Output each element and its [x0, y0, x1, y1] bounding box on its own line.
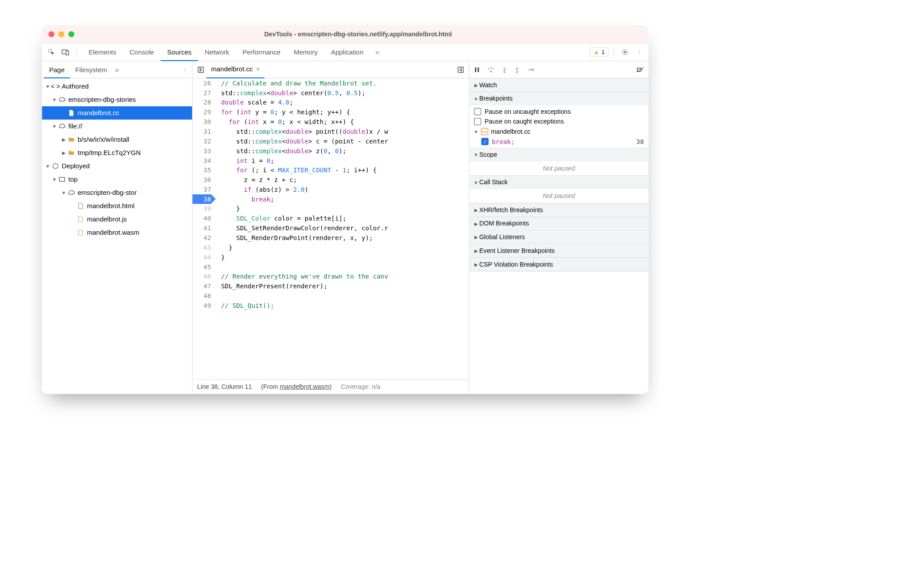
editor-statusbar: Line 38, Column 11 (From mandelbrot.wasm… [192, 380, 469, 394]
step-icon[interactable] [526, 66, 536, 74]
watch-section[interactable]: ▶Watch [470, 78, 649, 92]
scope-not-paused: Not paused [470, 162, 649, 176]
minimize-window-button[interactable] [58, 31, 65, 37]
breakpoint-checkbox[interactable]: ✓ [481, 138, 489, 145]
global-listeners-section[interactable]: ▶Global Listeners [470, 231, 649, 244]
tree-file-js[interactable]: mandelbrot.js [42, 213, 192, 226]
scope-section[interactable]: ▼Scope [470, 148, 649, 162]
panel-tab-sources[interactable]: Sources [161, 43, 198, 61]
tree-domain[interactable]: ▼emscripten-dbg-stor [42, 186, 192, 199]
titlebar: DevTools - emscripten-dbg-stories.netlif… [42, 25, 649, 43]
more-navigator-tabs-icon[interactable]: » [112, 65, 122, 74]
step-over-icon[interactable] [486, 65, 496, 74]
toggle-debugger-icon[interactable] [455, 64, 466, 75]
breakpoints-section[interactable]: ▼Breakpoints [470, 92, 649, 105]
panel-tabs: ElementsConsoleSourcesNetworkPerformance… [82, 43, 370, 61]
navigator-tab-page[interactable]: Page [44, 61, 70, 78]
deactivate-breakpoints-icon[interactable] [635, 65, 645, 74]
panel-tab-console[interactable]: Console [123, 43, 161, 61]
panel-tab-memory[interactable]: Memory [287, 43, 324, 61]
debugger-toolbar [470, 61, 649, 78]
panel-tab-network[interactable]: Network [198, 43, 236, 61]
source-origin: (From mandelbrot.wasm) [261, 383, 331, 391]
svg-point-12 [504, 71, 505, 73]
device-toggle-icon[interactable] [60, 47, 71, 58]
more-panels-icon[interactable]: » [373, 48, 382, 57]
more-menu-icon[interactable]: ⋮ [633, 47, 645, 58]
callstack-section[interactable]: ▼Call Stack [470, 176, 649, 189]
breakpoint-entry[interactable]: ✓break;38 [470, 136, 649, 147]
tree-file-wasm[interactable]: mandelbrot.wasm [42, 226, 192, 239]
navigator-sidebar: Page Filesystem » ⋮ ▼< >Authored ▼emscri… [42, 61, 193, 394]
navigator-tab-filesystem[interactable]: Filesystem [70, 61, 112, 78]
close-tab-icon[interactable]: × [256, 65, 260, 73]
tree-deployed[interactable]: ▼Deployed [42, 159, 192, 173]
editor-tab-mandelbrot[interactable]: mandelbrot.cc× [207, 61, 265, 78]
callstack-not-paused: Not paused [470, 189, 649, 203]
tree-domain[interactable]: ▼emscripten-dbg-stories [42, 93, 192, 106]
warnings-badge[interactable]: ▲1 [590, 47, 608, 56]
debugger-panel: ▶Watch ▼Breakpoints Pause on uncaught ex… [470, 61, 649, 394]
tree-file-scheme[interactable]: ▼file:// [42, 120, 192, 133]
svg-rect-10 [477, 67, 479, 72]
coverage-status: Coverage: n/a [341, 383, 381, 391]
svg-point-3 [624, 51, 626, 53]
window-title: DevTools - emscripten-dbg-stories.netlif… [74, 31, 642, 38]
warning-icon: ▲ [593, 49, 599, 56]
tree-folder[interactable]: ▶b/s/w/ir/x/w/install [42, 133, 192, 146]
panel-tab-performance[interactable]: Performance [236, 43, 287, 61]
inspect-icon[interactable] [46, 47, 58, 58]
tree-file-mandelbrot-cc[interactable]: mandelbrot.cc [42, 106, 192, 120]
main-toolbar: ElementsConsoleSourcesNetworkPerformance… [42, 43, 649, 62]
tree-authored[interactable]: ▼< >Authored [42, 80, 192, 93]
maximize-window-button[interactable] [69, 31, 75, 37]
editor-panel: mandelbrot.cc× 2627282930313233343536373… [192, 61, 470, 394]
toggle-navigator-icon[interactable] [195, 64, 207, 75]
cursor-position: Line 38, Column 11 [197, 383, 252, 391]
step-out-icon[interactable] [513, 65, 521, 74]
step-into-icon[interactable] [500, 65, 508, 74]
svg-rect-9 [475, 67, 476, 72]
pause-caught-checkbox[interactable]: Pause on caught exceptions [470, 116, 649, 127]
svg-rect-4 [59, 178, 65, 182]
pause-uncaught-checkbox[interactable]: Pause on uncaught exceptions [470, 107, 649, 117]
pause-icon[interactable] [473, 65, 481, 74]
separator [77, 47, 77, 57]
panel-tab-application[interactable]: Application [324, 43, 370, 61]
tree-folder[interactable]: ▶tmp/tmp.ELcTq2YGN [42, 146, 192, 159]
tree-file-html[interactable]: mandelbrot.html [42, 199, 192, 213]
source-file-icon: <> [481, 128, 489, 136]
tree-top[interactable]: ▼top [42, 173, 192, 186]
svg-point-13 [516, 71, 518, 73]
svg-rect-2 [66, 50, 69, 55]
dom-breakpoints-section[interactable]: ▶DOM Breakpoints [470, 217, 649, 230]
code-editor[interactable]: 2627282930313233343536373839404142434445… [192, 78, 469, 380]
svg-point-14 [533, 69, 534, 70]
settings-icon[interactable] [620, 47, 631, 58]
svg-point-11 [490, 70, 492, 72]
breakpoint-file[interactable]: ▼<>mandelbrot.cc [470, 127, 649, 137]
csp-breakpoints-section[interactable]: ▶CSP Violation Breakpoints [470, 258, 649, 271]
xhr-breakpoints-section[interactable]: ▶XHR/fetch Breakpoints [470, 203, 649, 217]
file-tree: ▼< >Authored ▼emscripten-dbg-stories man… [42, 78, 192, 394]
event-listener-breakpoints-section[interactable]: ▶Event Listener Breakpoints [470, 244, 649, 257]
close-window-button[interactable] [49, 31, 55, 37]
navigator-more-icon[interactable]: ⋮ [179, 64, 190, 75]
panel-tab-elements[interactable]: Elements [82, 43, 123, 61]
